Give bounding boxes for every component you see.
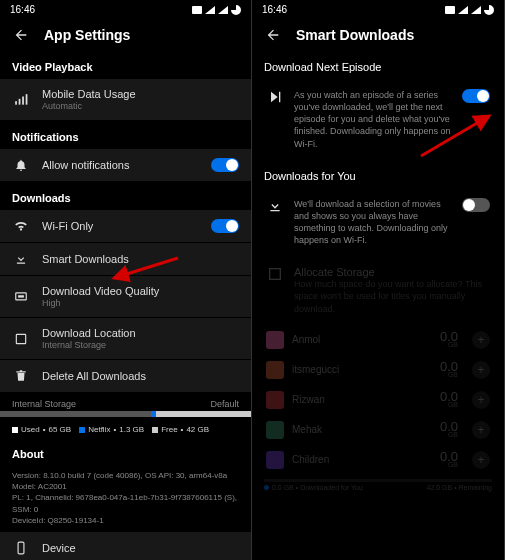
toggle-downloads-for-you[interactable] [462, 198, 490, 212]
toggle-wifi-only[interactable] [211, 219, 239, 233]
wifi-icon [12, 219, 30, 233]
toggle-download-next-episode[interactable] [462, 89, 490, 103]
row-delete-all-downloads[interactable]: Delete All Downloads [0, 360, 251, 393]
row-sub: Automatic [42, 101, 239, 111]
profile-size: 0.0GB [440, 421, 458, 439]
status-time: 16:46 [10, 4, 35, 15]
section-dfy: Downloads for You [252, 160, 504, 188]
avatar [266, 451, 284, 469]
row-mobile-data-usage[interactable]: Mobile Data Usage Automatic [0, 79, 251, 121]
svg-marker-1 [205, 6, 215, 14]
svg-rect-10 [18, 542, 24, 554]
profile-size: 0.0GB [440, 361, 458, 379]
svg-rect-8 [18, 295, 24, 297]
add-storage-button[interactable]: + [472, 451, 490, 469]
profile-size: 0.0GB [440, 451, 458, 469]
dfy-storage-legend: 0.0 GB • Downloaded for You 42.0 GB • Re… [252, 482, 504, 493]
add-storage-button[interactable]: + [472, 421, 490, 439]
avatar [266, 361, 284, 379]
avatar [266, 391, 284, 409]
profile-name: Mehak [292, 424, 432, 435]
trash-icon [12, 369, 30, 383]
add-storage-button[interactable]: + [472, 361, 490, 379]
device-icon [12, 541, 30, 555]
section-video-playback: Video Playback [0, 51, 251, 79]
status-time: 16:46 [262, 4, 287, 15]
bell-icon [12, 158, 30, 172]
row-label: Smart Downloads [42, 253, 239, 265]
row-label: Mobile Data Usage [42, 88, 239, 100]
back-arrow-icon[interactable] [12, 27, 30, 43]
storage-icon [12, 332, 30, 346]
row-label: Delete All Downloads [42, 370, 239, 382]
row-label: Download Video Quality [42, 285, 239, 297]
dne-description: As you watch an episode of a series you'… [294, 89, 452, 150]
row-sub: High [42, 298, 239, 308]
avatar [266, 331, 284, 349]
svg-marker-14 [471, 6, 481, 14]
page-title: App Settings [44, 27, 130, 43]
svg-rect-12 [445, 6, 455, 14]
row-label: Wi-Fi Only [42, 220, 199, 232]
svg-rect-5 [22, 96, 24, 104]
svg-marker-2 [218, 6, 228, 14]
signal-icon [12, 93, 30, 107]
row-download-location[interactable]: Download Location Internal Storage [0, 318, 251, 360]
svg-rect-9 [16, 334, 25, 343]
svg-rect-3 [15, 101, 17, 105]
svg-rect-6 [26, 94, 28, 105]
section-downloads: Downloads [0, 182, 251, 210]
allocate-desc: How much space do you want to allocate? … [294, 278, 490, 314]
profile-size: 0.0GB [440, 391, 458, 409]
section-dne: Download Next Episode [252, 51, 504, 79]
row-sub: Internal Storage [42, 340, 239, 350]
back-arrow-icon[interactable] [264, 27, 282, 43]
row-smart-downloads[interactable]: Smart Downloads [0, 243, 251, 276]
profile-name: Rizwan [292, 394, 432, 405]
quality-icon [12, 290, 30, 304]
row-label: Download Location [42, 327, 239, 339]
svg-rect-4 [19, 98, 21, 104]
section-about: About [0, 438, 251, 466]
allocate-icon [266, 266, 284, 314]
profile-name: itsmegucci [292, 364, 432, 375]
profile-row[interactable]: Anmol0.0GB+ [252, 325, 504, 355]
row-download-quality[interactable]: Download Video Quality High [0, 276, 251, 318]
svg-marker-13 [458, 6, 468, 14]
toggle-notifications[interactable] [211, 158, 239, 172]
storage-legend: Used • 65 GB Netflix • 1.3 GB Free • 42 … [0, 421, 251, 438]
row-device[interactable]: Device [0, 532, 251, 560]
profile-name: Anmol [292, 334, 432, 345]
status-icons [192, 5, 241, 15]
add-storage-button[interactable]: + [472, 391, 490, 409]
profile-row[interactable]: Children0.0GB+ [252, 445, 504, 475]
storage-bar [0, 411, 251, 417]
allocate-title: Allocate Storage [294, 266, 490, 278]
add-storage-button[interactable]: + [472, 331, 490, 349]
row-label: Allow notifications [42, 159, 199, 171]
profile-name: Children [292, 454, 432, 465]
profile-row[interactable]: Mehak0.0GB+ [252, 415, 504, 445]
row-allow-notifications[interactable]: Allow notifications [0, 149, 251, 182]
avatar [266, 421, 284, 439]
storage-header: Internal Storage Default [0, 393, 251, 411]
dfy-description: We'll download a selection of movies and… [294, 198, 452, 247]
page-title: Smart Downloads [296, 27, 414, 43]
row-wifi-only[interactable]: Wi-Fi Only [0, 210, 251, 243]
profile-size: 0.0GB [440, 331, 458, 349]
device-info: Version: 8.10.0 build 7 (code 40086), OS… [0, 466, 251, 530]
section-notifications: Notifications [0, 121, 251, 149]
profile-row[interactable]: itsmegucci0.0GB+ [252, 355, 504, 385]
download-icon [266, 198, 284, 247]
play-next-icon [266, 89, 284, 150]
svg-rect-0 [192, 6, 202, 14]
status-icons [445, 5, 494, 15]
profile-row[interactable]: Rizwan0.0GB+ [252, 385, 504, 415]
svg-rect-15 [270, 269, 281, 280]
download-icon [12, 252, 30, 266]
